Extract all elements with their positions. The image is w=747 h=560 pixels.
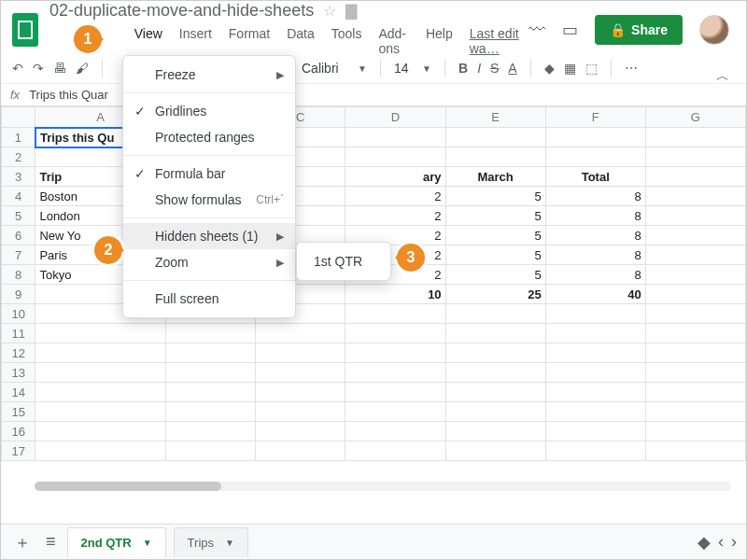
sheet-tab-active[interactable]: 2nd QTR ▼ bbox=[67, 527, 166, 557]
cell[interactable] bbox=[645, 324, 745, 343]
submenu-item-sheet[interactable]: 1st QTR bbox=[297, 248, 390, 274]
menu-format[interactable]: Format bbox=[221, 22, 277, 60]
cell[interactable] bbox=[345, 128, 445, 147]
cell[interactable] bbox=[345, 343, 445, 363]
cell[interactable] bbox=[545, 383, 645, 402]
cell[interactable] bbox=[445, 383, 545, 402]
row-header[interactable]: 17 bbox=[2, 441, 35, 461]
cell[interactable] bbox=[345, 147, 445, 167]
cell[interactable] bbox=[445, 343, 545, 363]
row-header[interactable]: 15 bbox=[2, 402, 35, 422]
cell[interactable] bbox=[645, 402, 745, 422]
row-header[interactable]: 8 bbox=[2, 265, 35, 285]
move-folder-icon[interactable]: ▇ bbox=[345, 2, 357, 20]
collapse-toolbar-icon[interactable]: ︿ bbox=[716, 68, 729, 85]
col-header[interactable]: G bbox=[645, 107, 745, 128]
menu-item-protected-ranges[interactable]: Protected ranges bbox=[123, 124, 295, 150]
cell[interactable] bbox=[35, 441, 165, 461]
cell[interactable] bbox=[645, 441, 745, 461]
cell[interactable] bbox=[345, 402, 445, 422]
menu-item-formula-bar[interactable]: ✓ Formula bar bbox=[123, 161, 295, 187]
menu-tools[interactable]: Tools bbox=[324, 22, 370, 60]
all-sheets-button[interactable]: ≡ bbox=[42, 528, 60, 555]
menu-addons[interactable]: Add-ons bbox=[371, 22, 416, 60]
cell[interactable] bbox=[445, 324, 545, 343]
cell[interactable]: ary bbox=[345, 167, 445, 187]
cell[interactable]: 5 bbox=[445, 265, 545, 285]
row-header[interactable]: 12 bbox=[2, 343, 35, 363]
cell[interactable]: 5 bbox=[445, 226, 545, 245]
cell[interactable] bbox=[545, 343, 645, 363]
row-header[interactable]: 11 bbox=[2, 324, 35, 343]
cell[interactable]: 2 bbox=[345, 206, 445, 226]
cell[interactable] bbox=[545, 363, 645, 383]
cell[interactable] bbox=[165, 422, 255, 441]
row-header[interactable]: 9 bbox=[2, 285, 35, 304]
cell[interactable] bbox=[35, 383, 165, 402]
select-all-corner[interactable] bbox=[2, 107, 35, 128]
cell[interactable] bbox=[545, 422, 645, 441]
share-button[interactable]: 🔒 Share bbox=[595, 15, 683, 45]
cell[interactable] bbox=[545, 441, 645, 461]
cell[interactable] bbox=[645, 422, 745, 441]
cell[interactable] bbox=[35, 363, 165, 383]
cell[interactable]: 8 bbox=[545, 206, 645, 226]
fill-color-icon[interactable]: ◆ bbox=[544, 61, 555, 76]
cell[interactable]: 8 bbox=[545, 187, 645, 206]
cell[interactable] bbox=[445, 304, 545, 324]
cell[interactable] bbox=[345, 324, 445, 343]
cell[interactable] bbox=[256, 383, 345, 402]
cell[interactable] bbox=[645, 363, 745, 383]
row-header[interactable]: 4 bbox=[2, 187, 35, 206]
menu-item-gridlines[interactable]: ✓ Gridlines bbox=[123, 98, 295, 124]
cell[interactable] bbox=[645, 128, 745, 147]
col-header[interactable]: F bbox=[545, 107, 645, 128]
cell[interactable] bbox=[35, 402, 165, 422]
row-header[interactable]: 3 bbox=[2, 167, 35, 187]
star-icon[interactable]: ☆ bbox=[323, 2, 336, 20]
row-header[interactable]: 2 bbox=[2, 147, 35, 167]
cell[interactable]: 25 bbox=[445, 285, 545, 304]
font-family-select[interactable]: Calibri▼ bbox=[302, 61, 367, 76]
cell[interactable] bbox=[645, 265, 745, 285]
cell[interactable] bbox=[445, 363, 545, 383]
chevron-right-icon[interactable]: › bbox=[731, 532, 737, 552]
explore-icon[interactable]: ◆ bbox=[698, 532, 711, 553]
cell[interactable] bbox=[545, 147, 645, 167]
chevron-down-icon[interactable]: ▼ bbox=[143, 538, 152, 548]
comments-icon[interactable]: ▭ bbox=[562, 20, 578, 40]
cell[interactable] bbox=[645, 187, 745, 206]
row-header[interactable]: 13 bbox=[2, 363, 35, 383]
cell[interactable]: 40 bbox=[545, 285, 645, 304]
cell[interactable] bbox=[445, 128, 545, 147]
cell[interactable] bbox=[345, 441, 445, 461]
cell[interactable]: 8 bbox=[545, 245, 645, 265]
spreadsheet-grid[interactable]: A B C D E F G 1Trips this Qu23TriparyMar… bbox=[1, 106, 746, 515]
cell[interactable] bbox=[165, 343, 255, 363]
cell[interactable] bbox=[345, 422, 445, 441]
cell[interactable]: 10 bbox=[345, 285, 445, 304]
cell[interactable] bbox=[545, 402, 645, 422]
cell[interactable] bbox=[35, 324, 165, 343]
cell[interactable]: 8 bbox=[545, 226, 645, 245]
cell[interactable] bbox=[165, 363, 255, 383]
cell[interactable]: 8 bbox=[545, 265, 645, 285]
borders-icon[interactable]: ▦ bbox=[564, 61, 576, 76]
cell[interactable] bbox=[445, 147, 545, 167]
cell[interactable] bbox=[545, 324, 645, 343]
row-header[interactable]: 16 bbox=[2, 422, 35, 441]
menu-insert[interactable]: Insert bbox=[172, 22, 219, 60]
col-header[interactable]: D bbox=[345, 107, 445, 128]
cell[interactable] bbox=[445, 402, 545, 422]
sheet-tab[interactable]: Trips ▼ bbox=[174, 527, 248, 557]
formula-input[interactable]: Trips this Quar bbox=[29, 88, 108, 102]
menu-view[interactable]: View bbox=[127, 22, 170, 60]
row-header[interactable]: 5 bbox=[2, 206, 35, 226]
menu-item-show-formulas[interactable]: Show formulas Ctrl+` bbox=[123, 187, 295, 213]
cell[interactable] bbox=[645, 304, 745, 324]
cell[interactable] bbox=[256, 402, 345, 422]
text-color-button[interactable]: A bbox=[508, 61, 516, 76]
toolbar-more-icon[interactable]: ⋯ bbox=[625, 61, 638, 76]
activity-icon[interactable]: 〰 bbox=[529, 21, 545, 40]
row-header[interactable]: 6 bbox=[2, 226, 35, 245]
